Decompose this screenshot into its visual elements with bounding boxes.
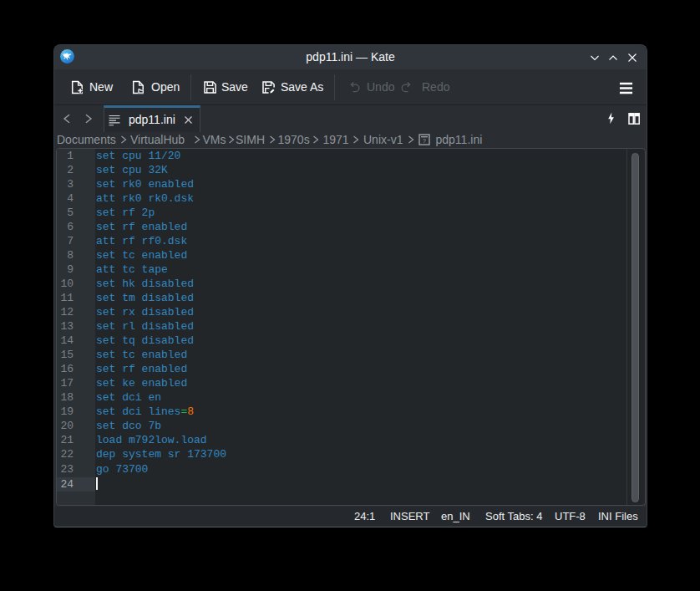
svg-text:?: ? [423,138,426,144]
